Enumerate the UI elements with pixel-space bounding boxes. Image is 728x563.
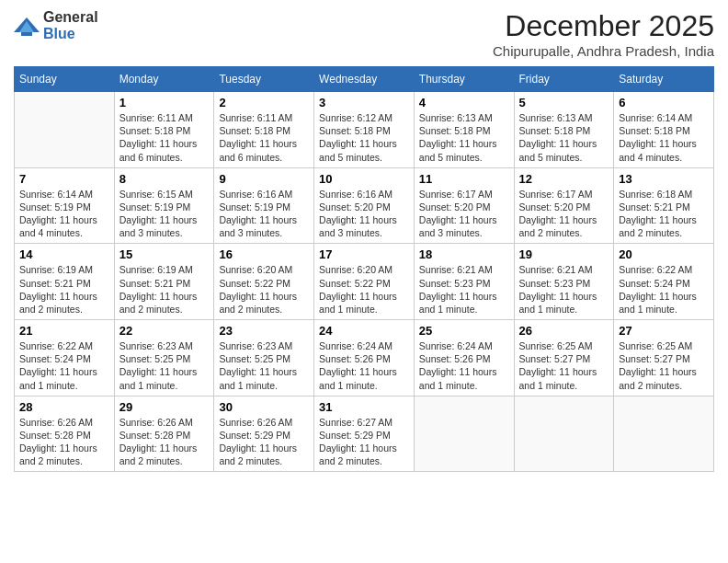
month-title: December 2025 bbox=[493, 9, 714, 43]
day-number: 27 bbox=[619, 324, 709, 338]
weekday-header-saturday: Saturday bbox=[614, 67, 714, 92]
day-number: 10 bbox=[319, 172, 409, 186]
day-number: 4 bbox=[419, 96, 509, 109]
calendar-cell: 4Sunrise: 6:13 AMSunset: 5:18 PMDaylight… bbox=[414, 92, 514, 168]
calendar-cell bbox=[514, 396, 614, 472]
day-number: 6 bbox=[619, 96, 709, 109]
calendar-cell: 31Sunrise: 6:27 AMSunset: 5:29 PMDayligh… bbox=[314, 396, 415, 472]
day-number: 25 bbox=[419, 324, 509, 338]
calendar-cell: 19Sunrise: 6:21 AMSunset: 5:23 PMDayligh… bbox=[514, 244, 614, 320]
day-number: 23 bbox=[219, 324, 309, 338]
logo-icon bbox=[14, 16, 40, 36]
day-number: 18 bbox=[419, 247, 509, 261]
calendar-cell: 21Sunrise: 6:22 AMSunset: 5:24 PMDayligh… bbox=[15, 320, 115, 396]
calendar-cell: 20Sunrise: 6:22 AMSunset: 5:24 PMDayligh… bbox=[614, 244, 714, 320]
day-detail: Sunrise: 6:14 AMSunset: 5:19 PMDaylight:… bbox=[19, 188, 109, 240]
day-detail: Sunrise: 6:15 AMSunset: 5:19 PMDaylight:… bbox=[119, 188, 210, 240]
calendar-cell: 2Sunrise: 6:11 AMSunset: 5:18 PMDaylight… bbox=[214, 92, 314, 168]
day-number: 16 bbox=[219, 247, 309, 261]
calendar-cell: 5Sunrise: 6:13 AMSunset: 5:18 PMDaylight… bbox=[514, 92, 614, 168]
calendar-cell: 25Sunrise: 6:24 AMSunset: 5:26 PMDayligh… bbox=[414, 320, 514, 396]
weekday-header-monday: Monday bbox=[114, 67, 214, 92]
day-number: 24 bbox=[319, 324, 409, 338]
day-number: 2 bbox=[219, 96, 309, 109]
day-detail: Sunrise: 6:20 AMSunset: 5:22 PMDaylight:… bbox=[219, 263, 309, 316]
day-detail: Sunrise: 6:27 AMSunset: 5:29 PMDaylight:… bbox=[319, 416, 409, 468]
day-detail: Sunrise: 6:13 AMSunset: 5:18 PMDaylight:… bbox=[519, 111, 609, 164]
day-number: 22 bbox=[119, 324, 210, 338]
day-number: 5 bbox=[519, 96, 609, 109]
calendar-cell: 18Sunrise: 6:21 AMSunset: 5:23 PMDayligh… bbox=[414, 244, 514, 320]
day-detail: Sunrise: 6:24 AMSunset: 5:26 PMDaylight:… bbox=[319, 339, 409, 392]
day-detail: Sunrise: 6:17 AMSunset: 5:20 PMDaylight:… bbox=[519, 188, 609, 240]
calendar-cell bbox=[15, 92, 115, 168]
day-number: 29 bbox=[119, 400, 210, 414]
day-detail: Sunrise: 6:11 AMSunset: 5:18 PMDaylight:… bbox=[219, 111, 309, 164]
calendar-cell: 30Sunrise: 6:26 AMSunset: 5:29 PMDayligh… bbox=[214, 396, 314, 472]
calendar-cell: 28Sunrise: 6:26 AMSunset: 5:28 PMDayligh… bbox=[15, 396, 115, 472]
day-number: 30 bbox=[219, 400, 309, 414]
calendar-week-row: 14Sunrise: 6:19 AMSunset: 5:21 PMDayligh… bbox=[15, 244, 714, 320]
calendar-cell: 27Sunrise: 6:25 AMSunset: 5:27 PMDayligh… bbox=[614, 320, 714, 396]
page-header: General Blue December 2025 Chipurupalle,… bbox=[14, 9, 714, 59]
day-number: 14 bbox=[19, 247, 109, 261]
day-number: 31 bbox=[319, 400, 409, 414]
day-number: 21 bbox=[19, 324, 109, 338]
day-detail: Sunrise: 6:18 AMSunset: 5:21 PMDaylight:… bbox=[619, 188, 709, 240]
day-detail: Sunrise: 6:25 AMSunset: 5:27 PMDaylight:… bbox=[619, 339, 709, 392]
calendar-cell: 13Sunrise: 6:18 AMSunset: 5:21 PMDayligh… bbox=[614, 167, 714, 244]
calendar-week-row: 21Sunrise: 6:22 AMSunset: 5:24 PMDayligh… bbox=[15, 320, 714, 396]
day-number: 26 bbox=[519, 324, 609, 338]
day-detail: Sunrise: 6:17 AMSunset: 5:20 PMDaylight:… bbox=[419, 188, 509, 240]
calendar-cell: 1Sunrise: 6:11 AMSunset: 5:18 PMDaylight… bbox=[114, 92, 214, 168]
day-detail: Sunrise: 6:21 AMSunset: 5:23 PMDaylight:… bbox=[419, 263, 509, 316]
day-number: 8 bbox=[119, 172, 210, 186]
weekday-header-friday: Friday bbox=[514, 67, 614, 92]
day-detail: Sunrise: 6:19 AMSunset: 5:21 PMDaylight:… bbox=[19, 263, 109, 316]
day-detail: Sunrise: 6:19 AMSunset: 5:21 PMDaylight:… bbox=[119, 263, 210, 316]
calendar-cell: 29Sunrise: 6:26 AMSunset: 5:28 PMDayligh… bbox=[114, 396, 214, 472]
day-number: 3 bbox=[319, 96, 409, 109]
logo: General Blue bbox=[14, 9, 98, 42]
day-number: 13 bbox=[619, 172, 709, 186]
calendar-cell: 6Sunrise: 6:14 AMSunset: 5:18 PMDaylight… bbox=[614, 92, 714, 168]
day-detail: Sunrise: 6:24 AMSunset: 5:26 PMDaylight:… bbox=[419, 339, 509, 392]
day-number: 11 bbox=[419, 172, 509, 186]
day-detail: Sunrise: 6:16 AMSunset: 5:19 PMDaylight:… bbox=[219, 188, 309, 240]
day-detail: Sunrise: 6:23 AMSunset: 5:25 PMDaylight:… bbox=[119, 339, 210, 392]
calendar-week-row: 28Sunrise: 6:26 AMSunset: 5:28 PMDayligh… bbox=[15, 396, 714, 472]
calendar-cell: 7Sunrise: 6:14 AMSunset: 5:19 PMDaylight… bbox=[15, 167, 115, 244]
calendar-cell: 16Sunrise: 6:20 AMSunset: 5:22 PMDayligh… bbox=[214, 244, 314, 320]
day-number: 9 bbox=[219, 172, 309, 186]
calendar-cell: 23Sunrise: 6:23 AMSunset: 5:25 PMDayligh… bbox=[214, 320, 314, 396]
day-detail: Sunrise: 6:26 AMSunset: 5:29 PMDaylight:… bbox=[219, 416, 309, 468]
calendar-cell: 11Sunrise: 6:17 AMSunset: 5:20 PMDayligh… bbox=[414, 167, 514, 244]
day-number: 12 bbox=[519, 172, 609, 186]
calendar-cell: 15Sunrise: 6:19 AMSunset: 5:21 PMDayligh… bbox=[114, 244, 214, 320]
title-block: December 2025 Chipurupalle, Andhra Prade… bbox=[493, 9, 714, 59]
day-detail: Sunrise: 6:13 AMSunset: 5:18 PMDaylight:… bbox=[419, 111, 509, 164]
weekday-header-sunday: Sunday bbox=[15, 67, 115, 92]
day-detail: Sunrise: 6:14 AMSunset: 5:18 PMDaylight:… bbox=[619, 111, 709, 164]
day-detail: Sunrise: 6:20 AMSunset: 5:22 PMDaylight:… bbox=[319, 263, 409, 316]
day-number: 1 bbox=[119, 96, 210, 109]
calendar-cell: 12Sunrise: 6:17 AMSunset: 5:20 PMDayligh… bbox=[514, 167, 614, 244]
day-number: 20 bbox=[619, 247, 709, 261]
day-number: 19 bbox=[519, 247, 609, 261]
calendar-cell bbox=[414, 396, 514, 472]
day-detail: Sunrise: 6:16 AMSunset: 5:20 PMDaylight:… bbox=[319, 188, 409, 240]
day-number: 15 bbox=[119, 247, 210, 261]
calendar-cell: 17Sunrise: 6:20 AMSunset: 5:22 PMDayligh… bbox=[314, 244, 415, 320]
calendar-cell: 10Sunrise: 6:16 AMSunset: 5:20 PMDayligh… bbox=[314, 167, 415, 244]
calendar-cell: 8Sunrise: 6:15 AMSunset: 5:19 PMDaylight… bbox=[114, 167, 214, 244]
calendar-week-row: 1Sunrise: 6:11 AMSunset: 5:18 PMDaylight… bbox=[15, 92, 714, 168]
day-number: 28 bbox=[19, 400, 109, 414]
location-title: Chipurupalle, Andhra Pradesh, India bbox=[493, 43, 714, 59]
day-number: 17 bbox=[319, 247, 409, 261]
weekday-header-row: SundayMondayTuesdayWednesdayThursdayFrid… bbox=[15, 67, 714, 92]
day-detail: Sunrise: 6:22 AMSunset: 5:24 PMDaylight:… bbox=[19, 339, 109, 392]
calendar-week-row: 7Sunrise: 6:14 AMSunset: 5:19 PMDaylight… bbox=[15, 167, 714, 244]
calendar-cell bbox=[614, 396, 714, 472]
day-detail: Sunrise: 6:23 AMSunset: 5:25 PMDaylight:… bbox=[219, 339, 309, 392]
calendar-cell: 26Sunrise: 6:25 AMSunset: 5:27 PMDayligh… bbox=[514, 320, 614, 396]
